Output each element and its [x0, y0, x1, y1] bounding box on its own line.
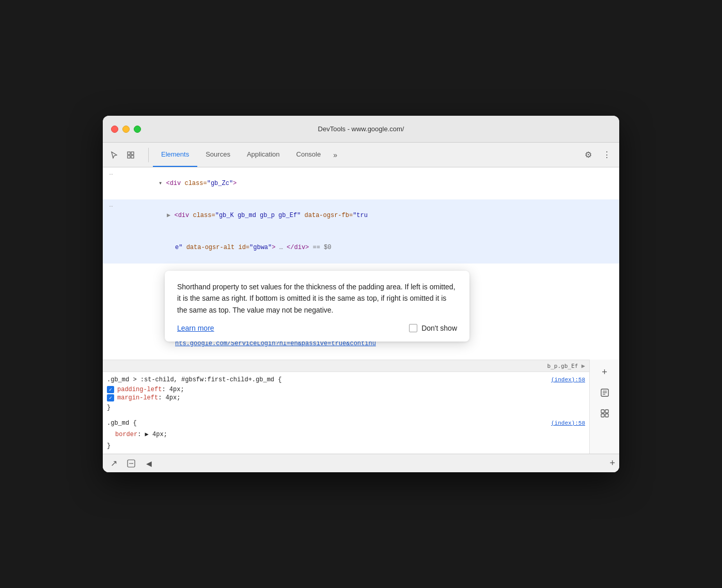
html-line-2[interactable]: … ▶ <div class="gb_K gb_md gb_p gb_Ef" d… — [103, 199, 619, 231]
toolbar-icons — [107, 148, 138, 162]
svg-rect-3 — [131, 156, 134, 158]
tab-sources[interactable]: Sources — [197, 143, 239, 167]
svg-rect-8 — [601, 410, 604, 413]
svg-rect-1 — [131, 152, 134, 154]
css-selector-line-2[interactable]: .gb_md { (index):58 — [103, 417, 589, 429]
triangle-down-icon: ▾ — [159, 180, 166, 187]
css-rule-padding-left[interactable]: padding-left : 4px; — [103, 385, 589, 394]
tab-console[interactable]: Console — [288, 143, 329, 167]
right-panel: + — [589, 360, 619, 454]
bottom-btn-2[interactable] — [124, 457, 138, 470]
tabs: Elements Sources Application Console » — [153, 143, 580, 167]
minimize-button[interactable] — [122, 126, 130, 133]
devtools-content: … ▾ <div class="gb_Zc"> … ▶ <div class="… — [103, 167, 619, 472]
tooltip-popover: Shorthand property to set values for the… — [165, 271, 469, 342]
toolbar-right: ⚙ ⋮ — [580, 147, 615, 163]
html-line-3[interactable]: … e" data-ogsr-alt id="gbwa"> … </div> =… — [103, 231, 619, 264]
window-title: DevTools - www.google.com/ — [318, 125, 404, 133]
breadcrumb-strip: b_p.gb_Ef ▶ — [103, 360, 589, 372]
toolbar: Elements Sources Application Console » ⚙… — [103, 143, 619, 167]
maximize-button[interactable] — [134, 126, 141, 133]
css-selector-line[interactable]: .gb_md > :st-child, #gbsfw:first-child+.… — [103, 374, 589, 385]
tooltip-description: Shorthand property to set values for the… — [177, 281, 457, 316]
cursor-icon[interactable] — [107, 148, 121, 162]
panels-row: b_p.gb_Ef ▶ .gb_md > :st-child, #gbsfw:f… — [103, 360, 619, 454]
breadcrumb-text: b_p.gb_Ef ▶ — [547, 362, 585, 369]
inspect-icon[interactable] — [123, 148, 138, 162]
add-style-button[interactable]: + — [597, 364, 613, 380]
titlebar: DevTools - www.google.com/ — [103, 116, 619, 143]
learn-more-link[interactable]: Learn more — [177, 324, 214, 332]
tab-elements[interactable]: Elements — [153, 143, 197, 167]
tooltip-footer: Learn more Don't show — [177, 324, 457, 332]
svg-rect-0 — [128, 152, 130, 154]
svg-rect-10 — [601, 414, 604, 417]
dont-show-checkbox[interactable] — [409, 324, 417, 332]
spacer — [103, 413, 589, 417]
dont-show-area: Don't show — [409, 324, 457, 332]
bottom-btn-3[interactable]: ◀ — [142, 457, 155, 470]
svg-rect-11 — [605, 414, 608, 417]
css-rule-border[interactable]: border : ▶ 4px; — [103, 429, 589, 440]
svg-rect-9 — [605, 410, 608, 413]
close-button[interactable] — [111, 126, 118, 133]
tab-application[interactable]: Application — [239, 143, 288, 167]
html-line-1[interactable]: … ▾ <div class="gb_Zc"> — [103, 167, 619, 199]
padding-left-checkbox[interactable] — [107, 386, 114, 393]
line-expander-1[interactable]: … — [103, 168, 119, 178]
devtools-window: DevTools - www.google.com/ Elements — [103, 116, 619, 472]
dont-show-label: Don't show — [421, 324, 457, 332]
css-closing-brace-2: } — [103, 440, 589, 452]
svg-rect-2 — [128, 156, 130, 158]
computed-icon-btn[interactable] — [597, 405, 613, 422]
css-panel: .gb_md > :st-child, #gbsfw:first-child+.… — [103, 372, 589, 454]
css-source-link-2[interactable]: (index):58 — [551, 418, 585, 428]
more-options-button[interactable]: ⋮ — [599, 147, 615, 163]
bottom-toolbar: ↗ ◀ + — [103, 454, 619, 472]
left-panel: b_p.gb_Ef ▶ .gb_md > :st-child, #gbsfw:f… — [103, 360, 589, 454]
settings-button[interactable]: ⚙ — [580, 147, 597, 163]
bottom-btn-1[interactable]: ↗ — [107, 457, 120, 470]
css-rule-margin-left[interactable]: margin-left : 4px; — [103, 394, 589, 402]
toolbar-divider — [148, 148, 149, 162]
add-rule-button[interactable]: + — [609, 458, 615, 469]
css-closing-brace-1: } — [103, 402, 589, 413]
more-tabs-button[interactable]: » — [329, 151, 341, 159]
margin-left-checkbox[interactable] — [107, 394, 114, 401]
styles-icon-btn[interactable] — [597, 384, 613, 401]
expand-arrow-icon[interactable]: ▶ — [582, 362, 585, 369]
css-source-link[interactable]: (index):58 — [551, 375, 585, 385]
line-expander-2[interactable]: … — [103, 200, 119, 210]
traffic-lights — [111, 126, 141, 133]
